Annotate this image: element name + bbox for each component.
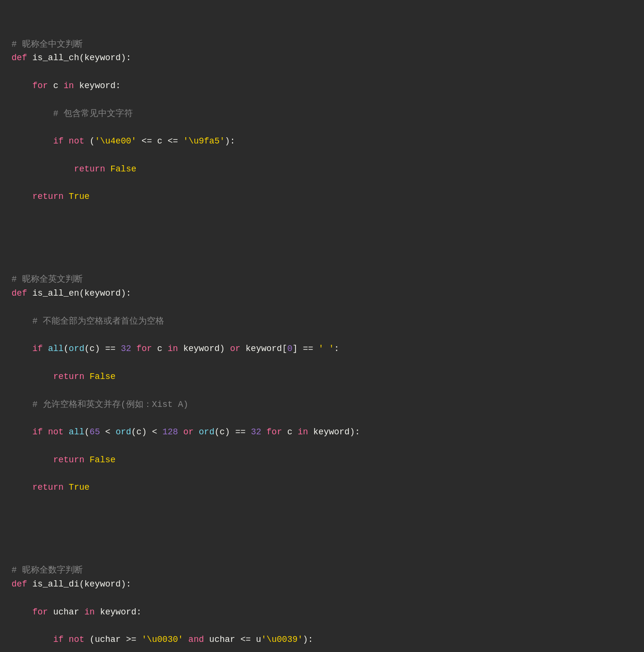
- var-keyword-5: keyword: [245, 344, 282, 353]
- paren-open-9: (: [79, 579, 84, 589]
- string-u4e00: '\u4e00': [95, 136, 136, 146]
- line-if-en-1: if all(ord(c) == 32 for c in keyword) or…: [12, 342, 632, 356]
- ge-1: >=: [126, 635, 137, 644]
- paren-close-2: ):: [225, 136, 235, 146]
- keyword-def-3: def: [12, 579, 27, 589]
- keyword-in-4: in: [84, 607, 95, 617]
- var-c-2: c: [157, 136, 163, 146]
- builtin-ord-3: ord: [199, 427, 214, 437]
- var-c-7: c: [287, 427, 293, 437]
- var-c-1: c: [53, 81, 58, 91]
- keyword-not-1: not: [69, 136, 84, 146]
- colon-1: :: [116, 81, 121, 91]
- paren-close-6: ):: [349, 427, 360, 437]
- comment-en-inner: # 不能全部为空格或者首位为空格: [32, 316, 164, 326]
- var-keyword-2: keyword: [79, 81, 116, 91]
- paren-open-6: (: [84, 427, 90, 437]
- var-c-4: c: [157, 344, 163, 353]
- line-def-en: def is_all_en(keyword):: [12, 287, 632, 300]
- lt-2: <: [152, 427, 157, 437]
- section-is-all-ch: # 昵称全中文判断 def is_all_ch(keyword): for c …: [12, 24, 632, 218]
- funcname-is-all-di: is_all_di: [32, 579, 79, 589]
- num-65: 65: [90, 427, 100, 437]
- string-u0030: '\u0030': [142, 635, 183, 644]
- code-editor: # 昵称全中文判断 def is_all_ch(keyword): for c …: [12, 10, 632, 652]
- line-if-di: if not (uchar >= '\u0030' and uchar <= u…: [12, 633, 632, 647]
- keyword-return-4: return: [53, 455, 84, 465]
- line-comment-en-inner2: # 允许空格和英文并存(例如：Xist A): [12, 398, 632, 412]
- line-if-ch: if not ('\u4e00' <= c <= '\u9fa5'):: [12, 134, 632, 148]
- num-0-1: 0: [287, 344, 293, 353]
- var-uchar-2: uchar: [95, 635, 121, 644]
- line-comment-en-inner: # 不能全部为空格或者首位为空格: [12, 314, 632, 328]
- line-for-ch: for c in keyword:: [12, 79, 632, 93]
- keyword-if-4: if: [53, 635, 64, 644]
- comment-ch-inner: # 包含常见中文字符: [53, 109, 133, 118]
- le-2: <=: [167, 136, 178, 146]
- var-uchar-3: uchar: [209, 635, 235, 644]
- string-space: ' ': [319, 344, 334, 353]
- line-return-false-1: return False: [12, 162, 632, 176]
- bool-true-2: True: [69, 482, 90, 492]
- comment-en-inner2: # 允许空格和英文并存(例如：Xist A): [32, 400, 188, 409]
- paren-close-9: ):: [121, 579, 131, 589]
- paren-open-5: (: [84, 344, 90, 353]
- paren-open-8: (: [214, 427, 219, 437]
- funcname-is-all-en: is_all_en: [32, 288, 79, 298]
- keyword-for-3: for: [267, 427, 282, 437]
- var-uchar-1: uchar: [53, 607, 79, 617]
- keyword-or-1: or: [230, 344, 241, 353]
- paren-close-10: ):: [303, 635, 313, 644]
- builtin-all-2: all: [69, 427, 84, 437]
- paren-close-1: ):: [121, 53, 131, 63]
- line-def-ch: def is_all_ch(keyword):: [12, 51, 632, 65]
- eq-3: ==: [235, 427, 246, 437]
- keyword-in-3: in: [297, 427, 308, 437]
- line-return-false-2: return False: [12, 370, 632, 384]
- param-keyword-3: keyword: [84, 288, 121, 298]
- line-if-en-2: if not all(65 < ord(c) < 128 or ord(c) =…: [12, 425, 632, 439]
- string-u9fa5: '\u9fa5': [183, 136, 225, 146]
- paren-close-8: ): [225, 427, 230, 437]
- keyword-def-2: def: [12, 288, 27, 298]
- paren-open-4: (: [64, 344, 69, 353]
- keyword-not-2: not: [48, 427, 64, 437]
- var-c-3: c: [90, 344, 95, 353]
- keyword-if-3: if: [32, 427, 43, 437]
- comment-en: # 昵称全英文判断: [12, 274, 83, 284]
- var-u: u: [256, 635, 261, 644]
- keyword-not-3: not: [69, 635, 84, 644]
- keyword-for-1: for: [32, 81, 48, 91]
- keyword-for-2: for: [136, 344, 152, 353]
- paren-open-10: (: [90, 635, 95, 644]
- builtin-all-1: all: [48, 344, 64, 353]
- bracket-2: ]: [293, 344, 298, 353]
- num-32-2: 32: [251, 427, 261, 437]
- eq-2: ==: [303, 344, 313, 353]
- line-return-true-2: return True: [12, 481, 632, 495]
- colon-3: :: [136, 607, 142, 617]
- keyword-for-4: for: [32, 607, 48, 617]
- param-keyword-1: keyword: [84, 53, 121, 63]
- lt-1: <: [105, 427, 111, 437]
- paren-close-4: ): [219, 344, 225, 353]
- keyword-return-3: return: [53, 372, 84, 381]
- builtin-ord-2: ord: [116, 427, 131, 437]
- bool-false-1: False: [110, 164, 136, 174]
- var-keyword-6: keyword: [313, 427, 350, 437]
- section-is-all-di: # 昵称全数字判断 def is_all_di(keyword): for uc…: [12, 549, 632, 652]
- paren-open-7: (: [131, 427, 137, 437]
- comment-ch: # 昵称全中文判断: [12, 39, 83, 49]
- bool-true-1: True: [69, 192, 90, 201]
- paren-open-3: (: [79, 288, 84, 298]
- num-32-1: 32: [121, 344, 131, 353]
- var-c-5: c: [136, 427, 142, 437]
- paren-close-7: ): [142, 427, 147, 437]
- funcname-is-all-ch: is_all_ch: [32, 53, 79, 63]
- num-128: 128: [162, 427, 178, 437]
- keyword-return-2: return: [32, 192, 64, 201]
- keyword-return-5: return: [32, 482, 64, 492]
- var-keyword-8: keyword: [100, 607, 137, 617]
- bracket-1: [: [282, 344, 287, 353]
- string-u0039: '\u0039': [261, 635, 303, 644]
